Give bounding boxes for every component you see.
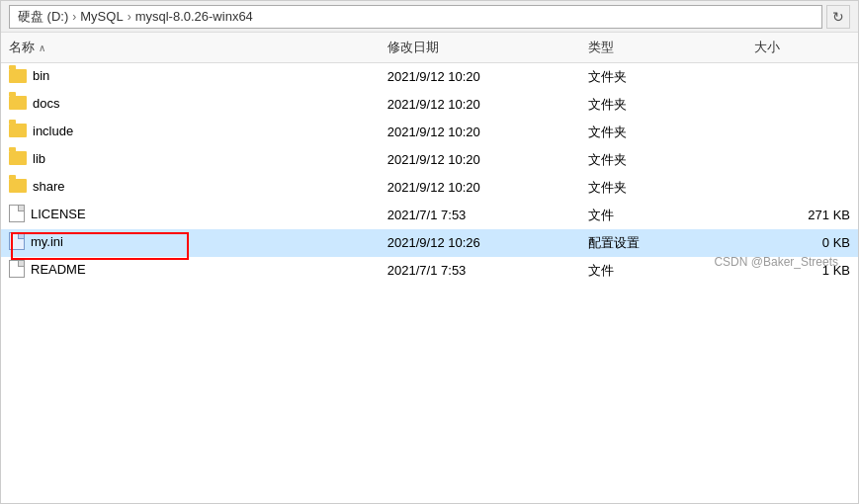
- path-part-folder: MySQL: [80, 9, 123, 24]
- file-explorer[interactable]: 名称 ∧ 修改日期 类型 大小 bin2021/9/12 10:20文件夹doc…: [1, 33, 858, 285]
- file-size-cell: [746, 119, 858, 146]
- table-row[interactable]: my.ini2021/9/12 10:26配置设置0 KB: [1, 229, 858, 257]
- path-part-drive: 硬盘 (D:): [18, 8, 68, 26]
- folder-icon: [9, 124, 27, 137]
- file-type-cell: 配置设置: [580, 229, 747, 257]
- file-name-text: docs: [33, 96, 59, 111]
- folder-icon: [9, 69, 27, 83]
- file-name-text: include: [33, 124, 73, 138]
- path-part-subfolder: mysql-8.0.26-winx64: [135, 9, 253, 24]
- file-type-cell: 文件夹: [580, 174, 747, 202]
- file-type-cell: 文件夹: [580, 91, 747, 119]
- file-date-cell: 2021/9/12 10:20: [380, 146, 580, 174]
- file-date-cell: 2021/9/12 10:26: [380, 229, 580, 257]
- file-name-cell: docs: [1, 91, 380, 119]
- file-type-cell: 文件: [580, 202, 747, 229]
- file-name-cell: include: [1, 119, 380, 146]
- path-sep-1: ›: [72, 10, 76, 24]
- sort-arrow-name: ∧: [39, 42, 45, 53]
- file-name-text: my.ini: [31, 234, 63, 249]
- file-size-cell: 0 KB: [746, 229, 858, 257]
- file-date-cell: 2021/7/1 7:53: [380, 202, 580, 229]
- file-type-cell: 文件夹: [580, 146, 747, 174]
- folder-icon: [9, 151, 27, 165]
- col-header-type[interactable]: 类型: [580, 33, 747, 63]
- file-name-label: bin: [9, 68, 49, 83]
- doc-file-icon: [9, 205, 25, 222]
- file-date-cell: 2021/9/12 10:20: [380, 174, 580, 202]
- watermark: CSDN @Baker_Streets: [714, 255, 838, 269]
- file-date-cell: 2021/9/12 10:20: [380, 63, 580, 91]
- folder-icon: [9, 179, 27, 193]
- file-name-text: README: [31, 262, 86, 277]
- ini-file-icon: [9, 232, 25, 250]
- file-name-label: README: [9, 260, 86, 278]
- table-row[interactable]: bin2021/9/12 10:20文件夹: [1, 63, 858, 91]
- file-name-text: bin: [33, 68, 49, 83]
- file-name-label: LICENSE: [9, 205, 86, 222]
- file-name-label: docs: [9, 96, 59, 111]
- file-name-label: my.ini: [9, 232, 63, 250]
- col-header-size[interactable]: 大小: [746, 33, 858, 63]
- table-header-row: 名称 ∧ 修改日期 类型 大小: [1, 33, 858, 63]
- table-row[interactable]: docs2021/9/12 10:20文件夹: [1, 91, 858, 119]
- address-bar: 硬盘 (D:) › MySQL › mysql-8.0.26-winx64 ↻: [1, 1, 858, 33]
- file-type-cell: 文件夹: [580, 63, 747, 91]
- file-name-cell: lib: [1, 146, 380, 174]
- file-name-cell: LICENSE: [1, 202, 380, 229]
- file-name-label: share: [9, 179, 65, 194]
- refresh-button[interactable]: ↻: [826, 5, 850, 29]
- table-row[interactable]: include2021/9/12 10:20文件夹: [1, 119, 858, 146]
- table-row[interactable]: share2021/9/12 10:20文件夹: [1, 174, 858, 202]
- file-explorer-window: 硬盘 (D:) › MySQL › mysql-8.0.26-winx64 ↻ …: [0, 0, 859, 504]
- file-name-text: lib: [33, 151, 45, 166]
- path-sep-2: ›: [128, 10, 131, 24]
- doc-file-icon: [9, 260, 25, 278]
- file-size-cell: [746, 174, 858, 202]
- file-date-cell: 2021/7/1 7:53: [380, 257, 580, 285]
- file-size-cell: [746, 63, 858, 91]
- col-header-date[interactable]: 修改日期: [380, 33, 580, 63]
- file-name-text: LICENSE: [31, 207, 86, 221]
- file-name-label: include: [9, 124, 73, 138]
- file-size-cell: [746, 91, 858, 119]
- folder-icon: [9, 96, 27, 110]
- file-size-cell: 271 KB: [746, 202, 858, 229]
- col-header-name[interactable]: 名称 ∧: [1, 33, 380, 63]
- file-name-text: share: [33, 179, 65, 194]
- table-row[interactable]: lib2021/9/12 10:20文件夹: [1, 146, 858, 174]
- file-name-cell: README: [1, 257, 380, 285]
- file-list: bin2021/9/12 10:20文件夹docs2021/9/12 10:20…: [1, 63, 858, 285]
- file-name-cell: share: [1, 174, 380, 202]
- file-size-cell: [746, 146, 858, 174]
- file-table: 名称 ∧ 修改日期 类型 大小 bin2021/9/12 10:20文件夹doc…: [1, 33, 858, 285]
- file-date-cell: 2021/9/12 10:20: [380, 119, 580, 146]
- file-date-cell: 2021/9/12 10:20: [380, 91, 580, 119]
- file-name-cell: bin: [1, 63, 380, 91]
- file-name-cell: my.ini: [1, 229, 380, 257]
- table-row[interactable]: LICENSE2021/7/1 7:53文件271 KB: [1, 202, 858, 229]
- file-name-label: lib: [9, 151, 45, 166]
- address-path[interactable]: 硬盘 (D:) › MySQL › mysql-8.0.26-winx64: [9, 5, 822, 29]
- file-type-cell: 文件夹: [580, 119, 747, 146]
- file-container: 名称 ∧ 修改日期 类型 大小 bin2021/9/12 10:20文件夹doc…: [1, 33, 858, 285]
